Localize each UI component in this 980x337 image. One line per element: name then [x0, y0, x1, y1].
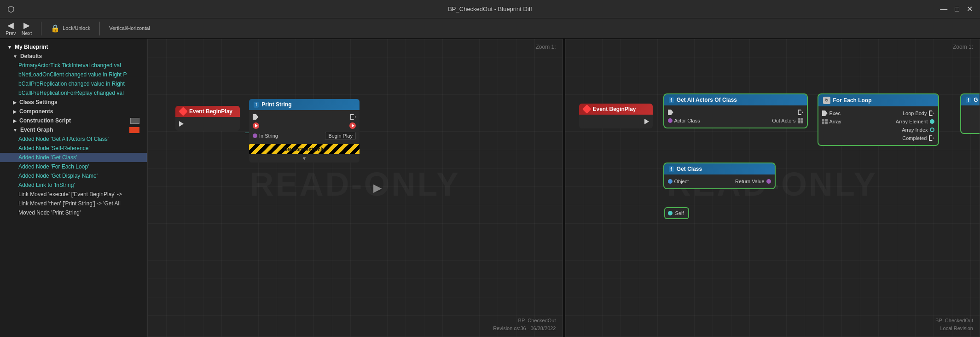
port-array-element: Array Element	[896, 119, 934, 124]
left-event-beginplay-node[interactable]: Event BeginPlay	[175, 106, 240, 131]
play-out-pin	[349, 122, 356, 129]
prev-icon: ◀	[7, 20, 14, 30]
right-self-node[interactable]: Self	[664, 207, 690, 219]
minimize-button[interactable]: —	[940, 6, 947, 13]
right-partial-header: f G	[961, 94, 980, 105]
port-right	[179, 121, 184, 127]
port-array-index: Array Index	[902, 127, 934, 133]
completed-label: Completed	[902, 135, 927, 141]
sidebar-item-added-get-all-actors[interactable]: Added Node 'Get All Actors Of Class'	[0, 134, 147, 144]
port-loop-body: Loop Body	[903, 110, 934, 116]
left-event-beginplay-body	[175, 117, 240, 131]
left-print-string-node[interactable]: f Print String	[249, 99, 360, 163]
sidebar-item-added-get-display-name[interactable]: Added Node 'Get Display Name'	[0, 171, 147, 180]
maximize-button[interactable]: □	[955, 6, 959, 13]
array-element-pin	[930, 119, 934, 124]
right-get-all-actors-node[interactable]: f Get All Actors Of Class	[664, 94, 807, 128]
left-canvas-footer: BP_CheckedOut Revision cs:36 - 06/28/202…	[493, 317, 556, 332]
in-string-value: Begin Play	[325, 132, 356, 140]
event-diamond-icon	[179, 107, 188, 116]
caret-icon: ▼	[13, 54, 17, 59]
window-controls: — □ ✕	[940, 6, 973, 13]
return-value-pin	[766, 179, 771, 184]
port-left-instring: In String	[253, 133, 278, 139]
exec-out-pin	[350, 114, 356, 120]
sidebar-item-added-get-class[interactable]: Added Node 'Get Class'	[0, 153, 147, 162]
sidebar-item-link-moved-execute[interactable]: Link Moved 'execute' ['Event BeginPlay' …	[0, 190, 147, 199]
left-zoom-label: Zoom 1:	[535, 44, 556, 50]
main-layout: ▼ My Blueprint ▼ Defaults PrimaryActorTi…	[0, 39, 980, 337]
sidebar-item-defaults[interactable]: ▼ Defaults	[0, 52, 147, 61]
right-for-each-title: For Each Loop	[833, 97, 872, 104]
caret-icon: ▶	[13, 109, 17, 114]
sidebar-item-bcall-prereplication[interactable]: bCallPreReplication changed value in Rig…	[0, 79, 147, 88]
port-array: Array	[822, 119, 841, 124]
right-event-beginplay-node[interactable]: Event BeginPlay	[579, 104, 653, 128]
right-get-class-node[interactable]: f Get Class Object Return Value	[664, 163, 775, 188]
right-for-each-loop-node[interactable]: ↻ For Each Loop Exec Loop Body	[818, 94, 938, 145]
close-button[interactable]: ✕	[967, 6, 973, 13]
next-icon: ▶	[23, 20, 30, 30]
right-footer-line2: Local Revision	[935, 325, 973, 332]
right-zoom-label: Zoom 1:	[953, 44, 973, 50]
sidebar-item-added-for-each-loop[interactable]: Added Node 'For Each Loop'	[0, 162, 147, 171]
pin-arrow	[179, 121, 184, 127]
partial-body	[961, 105, 980, 133]
f-badge-2: f	[669, 97, 674, 103]
sidebar-item-added-link-instring[interactable]: Added Link to 'InString'	[0, 180, 147, 190]
right-for-each-header: ↻ For Each Loop	[818, 94, 938, 106]
sidebar-defaults-label: Defaults	[20, 53, 42, 59]
get-class-port-row: Object Return Value	[668, 177, 771, 186]
right-event-beginplay-title: Event BeginPlay	[593, 106, 636, 112]
f-badge-4: f	[966, 97, 971, 103]
right-get-all-actors-header: f Get All Actors Of Class	[664, 94, 807, 105]
play-pin	[253, 122, 259, 129]
sidebar-item-primary-actor-tick[interactable]: PrimaryActorTick TickInterval changed va…	[0, 61, 147, 70]
array-arrayelement-row: Array Array Element	[822, 117, 934, 126]
port-object: Object	[668, 179, 689, 184]
array-index-label: Array Index	[902, 127, 928, 133]
port-left	[253, 114, 258, 120]
exec-out-pin-right	[644, 119, 649, 124]
exec-in-pin	[253, 114, 258, 120]
in-string-pin	[253, 134, 257, 138]
out-actors-label: Out Actors	[772, 118, 795, 123]
port-right	[644, 119, 649, 124]
port-left-exec	[668, 110, 673, 115]
sidebar-item-class-settings[interactable]: ▶ Class Settings	[0, 98, 147, 107]
nav-prev[interactable]: ◀ Prev	[6, 20, 16, 36]
window-title: BP_CheckedOut - Blueprint Diff	[448, 6, 532, 12]
sidebar-item-link-moved-then[interactable]: Link Moved 'then' ['Print String'] -> 'G…	[0, 199, 147, 208]
canvas-area: READ-ONLY Zoom 1: Event BeginPlay ——	[147, 39, 980, 337]
array-element-label: Array Element	[896, 119, 928, 124]
chevron-down-icon: ▼	[302, 156, 307, 161]
construction-script-icon	[130, 118, 139, 124]
sidebar-item-added-self-reference[interactable]: Added Node 'Self-Reference'	[0, 144, 147, 153]
actor-class-label: Actor Class	[674, 118, 700, 123]
sidebar-item-components[interactable]: ▶ Components	[0, 107, 147, 116]
right-partial-node[interactable]: f G	[961, 94, 980, 133]
vertical-horizontal-area[interactable]: Vertical/Horizontal	[109, 25, 150, 31]
sidebar-item-my-blueprint[interactable]: ▼ My Blueprint	[0, 42, 147, 52]
left-print-string-title: Print String	[261, 101, 291, 108]
left-event-beginplay-header: Event BeginPlay	[175, 106, 240, 117]
loop-body-label: Loop Body	[903, 110, 927, 116]
sidebar-item-bcall-prereplication-replay[interactable]: bCallPreReplicationForReplay changed val	[0, 88, 147, 98]
left-print-string-body: In String Begin Play	[249, 110, 360, 144]
array-index-pin	[930, 128, 934, 132]
development-only-banner: Development Only	[249, 144, 360, 154]
return-value-label: Return Value	[735, 179, 764, 184]
right-canvas[interactable]: READ-ONLY Zoom 1: Event BeginPlay	[565, 39, 980, 337]
sidebar-item-construction-script[interactable]: ▶ Construction Script	[0, 116, 147, 125]
for-each-icon: ↻	[823, 97, 830, 104]
right-get-all-actors-title: Get All Actors Of Class	[677, 97, 737, 103]
sidebar-item-moved-print-string[interactable]: Moved Node 'Print String'	[0, 208, 147, 217]
sidebar-item-event-graph[interactable]: ▼ Event Graph	[0, 125, 147, 134]
lock-unlock-area[interactable]: 🔒 Lock/Unlock	[51, 24, 90, 33]
node-expand-chevron[interactable]: ▼	[249, 154, 360, 163]
sidebar-item-bnet-load[interactable]: bNetLoadOnClient changed value in Right …	[0, 70, 147, 79]
left-canvas[interactable]: READ-ONLY Zoom 1: Event BeginPlay ——	[147, 39, 563, 337]
right-event-beginplay-header: Event BeginPlay	[579, 104, 653, 115]
port-actor-class: Actor Class	[668, 118, 700, 123]
nav-next[interactable]: ▶ Next	[22, 20, 32, 36]
